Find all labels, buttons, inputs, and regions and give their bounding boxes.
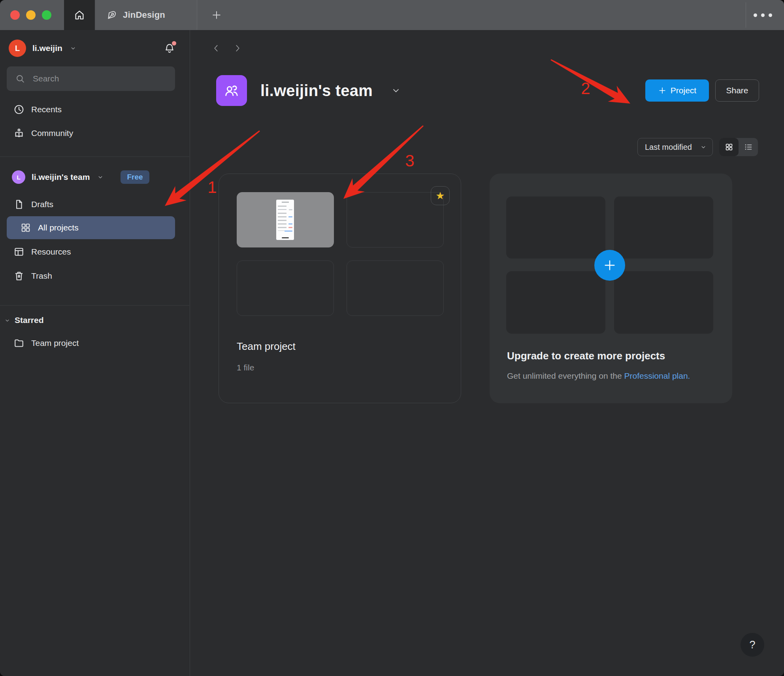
project-card-team-project[interactable]: ★ Team project 1 file <box>219 174 461 403</box>
layout-icon <box>7 246 31 258</box>
professional-plan-link[interactable]: Professional plan. <box>624 371 690 380</box>
sidebar-item-label: Drafts <box>31 200 53 209</box>
tab-home[interactable] <box>64 0 95 30</box>
grid-view-icon <box>724 142 734 152</box>
placeholder-tile <box>506 271 605 334</box>
upgrade-plus-button[interactable] <box>594 250 625 281</box>
search-box[interactable] <box>7 66 175 91</box>
clock-icon <box>7 104 31 115</box>
annotation-number-3: 3 <box>405 151 414 170</box>
ellipsis-icon <box>754 13 757 17</box>
tabbar-separator <box>746 2 746 28</box>
view-toggle <box>719 138 758 156</box>
chevron-down-icon[interactable] <box>391 85 401 96</box>
list-view-button[interactable] <box>739 138 758 156</box>
sidebar-item-label: Resources <box>31 247 71 257</box>
plus-icon <box>658 86 667 95</box>
placeholder-tile <box>614 271 713 334</box>
notifications-button[interactable] <box>164 42 175 54</box>
sidebar-item-label: All projects <box>38 223 79 232</box>
placeholder-tile <box>506 196 605 259</box>
sort-label: Last modified <box>645 143 692 152</box>
placeholder-tile <box>614 196 713 259</box>
forward-button[interactable] <box>231 41 244 55</box>
empty-thumbnail <box>237 261 334 316</box>
sidebar-item-recents[interactable]: Recents <box>0 98 190 121</box>
sidebar-item-label: Community <box>31 128 73 138</box>
search-icon <box>15 73 26 84</box>
star-icon: ★ <box>435 191 445 201</box>
sidebar-item-trash[interactable]: Trash <box>0 264 190 287</box>
new-tab-button[interactable] <box>204 0 229 30</box>
favorite-star-button[interactable]: ★ <box>431 186 450 205</box>
sort-dropdown[interactable]: Last modified <box>637 138 713 156</box>
back-button[interactable] <box>209 41 223 55</box>
window-tab-bar: JinDesign <box>0 0 784 30</box>
list-view-icon <box>744 142 753 152</box>
chevron-down-icon <box>70 45 77 52</box>
pen-nib-icon <box>106 9 117 21</box>
starred-section-header[interactable]: Starred <box>0 310 190 330</box>
search-input[interactable] <box>33 74 167 83</box>
new-project-label: Project <box>671 86 696 95</box>
user-avatar: L <box>9 40 26 57</box>
sidebar-item-all-projects[interactable]: All projects <box>7 216 175 239</box>
sidebar-item-label: Trash <box>31 271 52 281</box>
upgrade-card[interactable]: Upgrade to create more projects Get unli… <box>490 174 732 403</box>
figma-app-window: JinDesign L li.weijin <box>0 0 784 676</box>
trash-icon <box>7 270 31 282</box>
help-label: ? <box>749 639 755 651</box>
project-title: Team project <box>237 340 296 353</box>
team-avatar: L <box>12 170 25 184</box>
sidebar-item-drafts[interactable]: Drafts <box>0 193 190 216</box>
notification-dot <box>172 41 176 45</box>
sidebar-divider <box>0 305 189 306</box>
sidebar-item-label: Recents <box>31 105 62 114</box>
starred-header-label: Starred <box>15 315 44 325</box>
grid-view-button[interactable] <box>719 138 739 156</box>
sidebar: L li.weijin <box>0 30 190 676</box>
annotation-arrow-2 <box>550 59 630 104</box>
tab-jindesign[interactable]: JinDesign <box>96 0 197 30</box>
tab-label: JinDesign <box>123 10 165 20</box>
window-more-menu-button[interactable] <box>747 0 778 30</box>
chevron-left-icon <box>211 43 221 53</box>
grid-icon <box>13 222 38 234</box>
close-window-button[interactable] <box>10 10 20 20</box>
file-thumbnail[interactable] <box>237 192 334 247</box>
sidebar-item-label: Team project <box>31 338 79 348</box>
sidebar-item-community[interactable]: Community <box>0 122 190 145</box>
folder-icon <box>7 337 31 349</box>
chevron-down-icon <box>4 317 11 324</box>
team-switcher-row[interactable]: L li.weijin's team Free <box>0 166 190 188</box>
team-name: li.weijin's team <box>32 172 90 182</box>
empty-thumbnail <box>347 261 444 316</box>
empty-thumbnail <box>347 192 444 247</box>
annotation-number-2: 2 <box>581 79 590 98</box>
user-account-row[interactable]: L li.weijin <box>0 39 190 58</box>
zoom-window-button[interactable] <box>42 10 51 20</box>
sidebar-item-resources[interactable]: Resources <box>0 240 190 263</box>
sidebar-item-team-project[interactable]: Team project <box>0 333 190 353</box>
plan-badge: Free <box>121 170 149 184</box>
help-button[interactable]: ? <box>741 633 764 657</box>
history-nav <box>209 41 244 55</box>
file-preview-image <box>276 200 294 240</box>
user-name: li.weijin <box>32 43 62 53</box>
annotation-number-1: 1 <box>207 178 217 197</box>
plus-icon <box>211 9 222 21</box>
minimize-window-button[interactable] <box>26 10 36 20</box>
home-icon <box>74 9 85 21</box>
project-file-count: 1 file <box>237 363 254 372</box>
plus-icon <box>603 259 616 272</box>
community-icon <box>7 127 31 139</box>
team-header: li.weijin's team <box>216 75 401 106</box>
sidebar-divider <box>0 157 189 157</box>
chevron-down-icon <box>97 174 104 181</box>
file-icon <box>7 198 31 210</box>
share-button[interactable]: Share <box>715 79 759 102</box>
page-title: li.weijin's team <box>260 82 373 100</box>
upgrade-subtitle: Get unlimited everything on the Professi… <box>507 371 690 381</box>
new-project-button[interactable]: Project <box>645 79 709 102</box>
team-people-icon <box>216 75 247 106</box>
